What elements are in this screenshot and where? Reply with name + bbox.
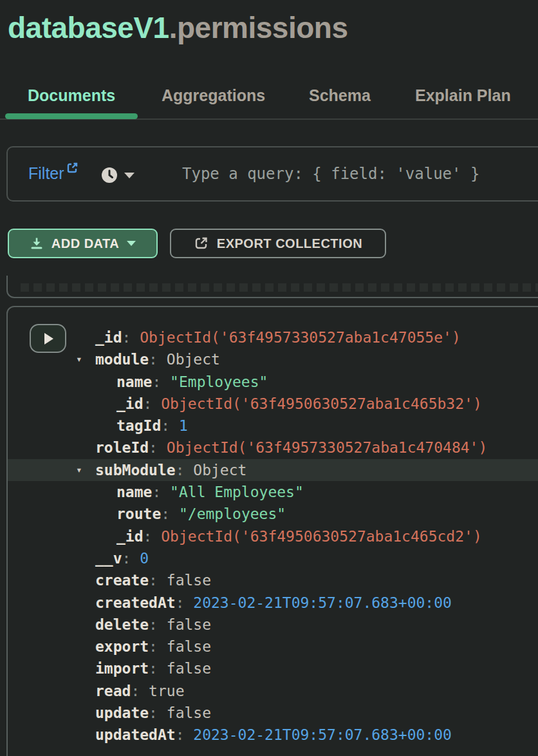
compass-collection-page: databaseV1.permissions DocumentsAggregat…	[0, 0, 538, 756]
field-row-_id[interactable]: _id: ObjectId('63f4957330527aba1c47055e'…	[8, 326, 538, 348]
collection-tabs: DocumentsAggregationsSchemaExplain Plan	[0, 85, 538, 111]
field-row-createdAt[interactable]: createdAt: 2023-02-21T09:57:07.683+00:00	[8, 592, 538, 614]
export-icon	[194, 236, 209, 251]
add-data-label: ADD DATA	[51, 236, 119, 251]
field-row-name[interactable]: name: "Employees"	[8, 371, 538, 393]
field-row-name[interactable]: name: "All Employees"	[8, 481, 538, 503]
field-row-roleId[interactable]: roleId: ObjectId('63f4957330527aba1c4704…	[8, 437, 538, 458]
query-input[interactable]: Type a query: { field: 'value' }	[182, 165, 479, 183]
chevron-down-icon	[127, 241, 136, 246]
clock-icon	[100, 166, 118, 184]
field-row-updatedAt[interactable]: updatedAt: 2023-02-21T09:57:07.683+00:00	[8, 724, 538, 746]
filter-label: Filter	[28, 164, 64, 183]
chevron-down-icon	[124, 173, 134, 178]
caret-down-icon[interactable]: ▾	[76, 348, 82, 370]
query-history-button[interactable]	[100, 166, 134, 184]
export-collection-label: EXPORT COLLECTION	[217, 236, 362, 251]
tab-documents[interactable]: Documents	[28, 86, 115, 105]
collection-name: permissions	[177, 11, 348, 44]
namespace-separator: .	[169, 11, 177, 44]
active-tab-indicator	[5, 113, 138, 119]
field-row-module[interactable]: ▾module: Object	[8, 348, 538, 370]
tab-schema[interactable]: Schema	[309, 86, 371, 105]
query-bar: Filter Type a query: { field: 'value' }	[6, 146, 538, 202]
database-name: databaseV1	[8, 11, 169, 44]
filter-link[interactable]: Filter	[28, 164, 79, 183]
field-row-delete[interactable]: delete: false	[8, 614, 538, 636]
obscured-content-row	[21, 283, 538, 292]
field-row-update[interactable]: update: false	[8, 702, 538, 724]
add-data-button[interactable]: ADD DATA	[8, 229, 158, 258]
download-icon	[30, 236, 44, 250]
export-collection-button[interactable]: EXPORT COLLECTION	[170, 229, 386, 258]
field-row-create[interactable]: create: false	[8, 569, 538, 591]
tab-aggregations[interactable]: Aggregations	[162, 86, 265, 105]
field-row-subModule[interactable]: ▾subModule: Object	[8, 459, 538, 481]
documents-list-partial-card	[6, 276, 538, 298]
field-row-_id[interactable]: _id: ObjectId('63f4950630527aba1c465cd2'…	[8, 525, 538, 547]
field-row-route[interactable]: route: "/employees"	[8, 503, 538, 525]
document-fields: _id: ObjectId('63f4957330527aba1c47055e'…	[8, 326, 538, 746]
field-row-__v[interactable]: __v: 0	[8, 547, 538, 569]
tab-explain-plan[interactable]: Explain Plan	[415, 86, 511, 105]
field-row-_id[interactable]: _id: ObjectId('63f4950630527aba1c465b32'…	[8, 393, 538, 415]
page-title: databaseV1.permissions	[8, 10, 348, 45]
field-row-tagId[interactable]: tagId: 1	[8, 415, 538, 437]
external-link-icon	[66, 162, 79, 174]
field-row-read[interactable]: read: true	[8, 680, 538, 702]
document-card: _id: ObjectId('63f4957330527aba1c47055e'…	[6, 306, 538, 756]
caret-down-icon[interactable]: ▾	[76, 459, 82, 481]
field-row-import[interactable]: import: false	[8, 657, 538, 679]
field-row-export[interactable]: export: false	[8, 636, 538, 657]
